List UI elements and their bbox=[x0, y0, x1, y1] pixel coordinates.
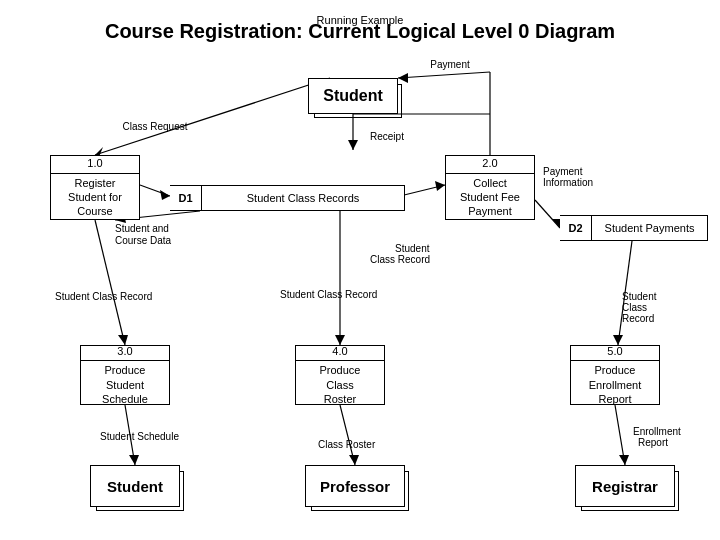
process-4: 4.0 ProduceClassRoster bbox=[295, 345, 385, 405]
d2-id: D2 bbox=[560, 216, 592, 240]
svg-marker-7 bbox=[348, 140, 358, 150]
process-5-label: ProduceEnrollmentReport bbox=[589, 363, 642, 406]
svg-text:Class Roster: Class Roster bbox=[318, 439, 376, 450]
datastore-d1: D1 Student Class Records bbox=[170, 185, 405, 211]
registrar-label: Registrar bbox=[592, 478, 658, 495]
process-4-number: 4.0 bbox=[296, 344, 384, 361]
svg-line-17 bbox=[400, 185, 445, 196]
registrar-entity: Registrar bbox=[575, 465, 675, 507]
d2-label: Student Payments bbox=[592, 222, 707, 234]
svg-text:Student Class Record: Student Class Record bbox=[55, 291, 152, 302]
svg-text:Student: Student bbox=[622, 291, 657, 302]
svg-marker-38 bbox=[349, 455, 359, 465]
svg-text:Receipt: Receipt bbox=[370, 131, 404, 142]
svg-text:Student: Student bbox=[395, 243, 430, 254]
process-5-number: 5.0 bbox=[571, 344, 659, 361]
process-1-number: 1.0 bbox=[51, 156, 139, 173]
process-2-number: 2.0 bbox=[446, 156, 534, 173]
svg-line-29 bbox=[618, 241, 632, 345]
svg-text:Record: Record bbox=[622, 313, 654, 324]
professor-entity: Professor bbox=[305, 465, 405, 507]
svg-text:Report: Report bbox=[638, 437, 668, 448]
svg-text:Payment: Payment bbox=[543, 166, 583, 177]
d1-label: Student Class Records bbox=[202, 192, 404, 204]
svg-marker-10 bbox=[160, 190, 170, 200]
process-2-label: CollectStudent FeePayment bbox=[460, 176, 520, 219]
svg-text:Payment: Payment bbox=[430, 59, 470, 70]
svg-text:Class Request: Class Request bbox=[122, 121, 187, 132]
svg-marker-4 bbox=[398, 73, 408, 83]
student-label: Student bbox=[323, 87, 383, 105]
student-entity: Student bbox=[308, 78, 398, 114]
svg-line-15 bbox=[535, 200, 560, 228]
svg-line-34 bbox=[125, 405, 135, 465]
student-bottom-label: Student bbox=[107, 478, 163, 495]
svg-text:Information: Information bbox=[543, 177, 593, 188]
svg-line-3 bbox=[398, 72, 490, 78]
svg-text:Student and: Student and bbox=[115, 223, 169, 234]
process-1: 1.0 RegisterStudent forCourse bbox=[50, 155, 140, 220]
svg-text:Student Schedule: Student Schedule bbox=[100, 431, 179, 442]
svg-text:Enrollment: Enrollment bbox=[633, 426, 681, 437]
process-3: 3.0 ProduceStudentSchedule bbox=[80, 345, 170, 405]
svg-line-37 bbox=[340, 405, 355, 465]
svg-text:Student Class Record: Student Class Record bbox=[280, 289, 377, 300]
d1-id: D1 bbox=[170, 186, 202, 210]
student-bottom-entity: Student bbox=[90, 465, 180, 507]
process-1-label: RegisterStudent forCourse bbox=[68, 176, 122, 219]
process-3-label: ProduceStudentSchedule bbox=[102, 363, 148, 406]
process-2: 2.0 CollectStudent FeePayment bbox=[445, 155, 535, 220]
svg-marker-41 bbox=[619, 455, 629, 465]
diagram-container: Running Example Course Registration: Cur… bbox=[0, 0, 720, 540]
process-4-label: ProduceClassRoster bbox=[320, 363, 361, 406]
main-title: Course Registration: Current Logical Lev… bbox=[0, 20, 720, 43]
svg-text:Class Record: Class Record bbox=[370, 254, 430, 265]
svg-marker-35 bbox=[129, 455, 139, 465]
svg-text:Course Data: Course Data bbox=[115, 235, 172, 246]
svg-line-23 bbox=[95, 220, 125, 345]
svg-line-9 bbox=[140, 185, 170, 196]
svg-text:Class: Class bbox=[622, 302, 647, 313]
process-5: 5.0 ProduceEnrollmentReport bbox=[570, 345, 660, 405]
professor-label: Professor bbox=[320, 478, 390, 495]
svg-line-40 bbox=[615, 405, 625, 465]
process-3-number: 3.0 bbox=[81, 344, 169, 361]
datastore-d2: D2 Student Payments bbox=[560, 215, 708, 241]
svg-marker-18 bbox=[435, 181, 445, 191]
svg-line-0 bbox=[95, 78, 330, 155]
